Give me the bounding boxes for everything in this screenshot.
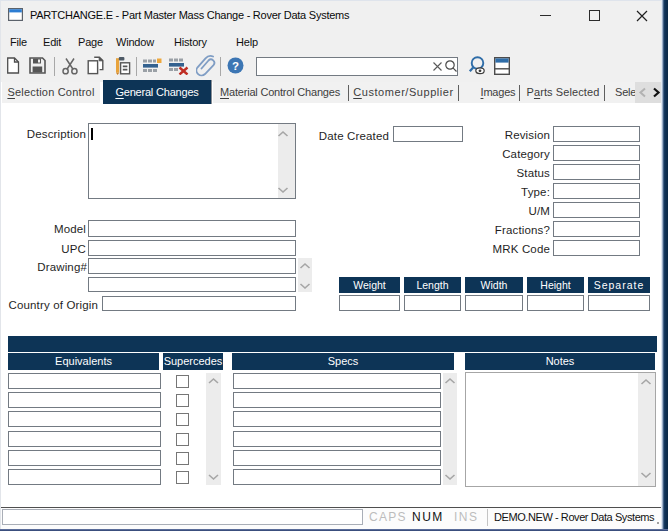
- svg-text:?: ?: [232, 60, 239, 72]
